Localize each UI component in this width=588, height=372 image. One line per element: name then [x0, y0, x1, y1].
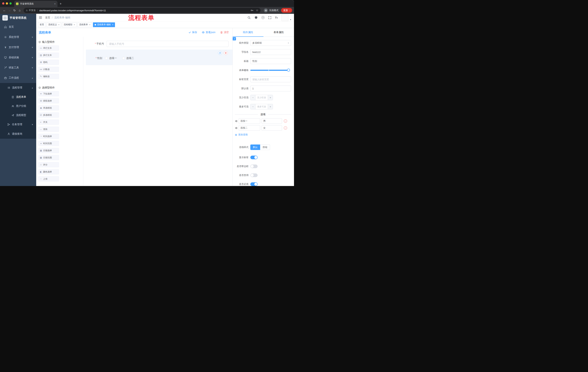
view-json-button[interactable]: 查看json	[202, 31, 215, 34]
font-size-icon[interactable]: TT	[275, 16, 278, 19]
sidebar-item-process-mgmt[interactable]: 流程管理 ▲	[0, 83, 36, 93]
save-button[interactable]: 保存	[189, 31, 197, 34]
required-toggle[interactable]	[250, 182, 258, 186]
decrease-button[interactable]: −	[251, 95, 255, 100]
maximize-window-button[interactable]	[10, 2, 12, 5]
sidebar-item-infra[interactable]: 基础设施 ▼	[0, 53, 36, 63]
label-width-input[interactable]	[250, 76, 291, 82]
sidebar-item-leave-query[interactable]: 请假查询	[0, 129, 36, 139]
close-icon[interactable]: ×	[112, 24, 113, 26]
checkbox[interactable]	[105, 57, 108, 60]
title-input[interactable]	[250, 58, 291, 64]
field-name-input[interactable]	[250, 49, 291, 55]
remove-option-icon[interactable]: −	[284, 126, 287, 130]
component-item-checkbox-group[interactable]: ☑多选框组	[38, 112, 59, 117]
gender-option-1[interactable]: 选项一	[105, 57, 117, 60]
tab-close-icon[interactable]: ×	[54, 2, 56, 5]
delete-field-button[interactable]	[224, 51, 228, 55]
grid-slider[interactable]	[250, 70, 290, 71]
component-item-time-picker[interactable]: ◔时间选择	[38, 134, 59, 139]
component-item-switch[interactable]: ◐开关	[38, 120, 59, 125]
github-icon[interactable]	[254, 16, 258, 19]
fullscreen-icon[interactable]	[268, 16, 272, 19]
link-icon[interactable]	[233, 37, 236, 40]
disabled-toggle[interactable]	[250, 173, 258, 177]
home-icon[interactable]: ⌂	[17, 8, 22, 13]
style-button-button[interactable]: 按钮	[260, 145, 270, 150]
phone-input[interactable]	[107, 41, 229, 47]
component-item-date-range[interactable]: ▩日期范围	[38, 155, 59, 160]
canvas-field-phone[interactable]: *手机号	[86, 41, 232, 47]
component-item-rating[interactable]: ☆评分	[38, 162, 59, 167]
sidebar-item-process-form[interactable]: 流程表单	[0, 93, 36, 102]
option-value-input[interactable]	[262, 125, 282, 131]
default-value-input[interactable]	[250, 85, 291, 91]
clear-button[interactable]: 清空	[220, 31, 229, 34]
border-toggle[interactable]	[250, 165, 258, 168]
address-bar[interactable]: ⚠ 不安全 dashboard.yudao.iocoder.cn/bpm/man…	[24, 8, 261, 13]
component-item-upload[interactable]: ↑上传	[38, 176, 59, 181]
option-label-input[interactable]	[239, 118, 260, 124]
max-select-value[interactable]: 最多可选	[255, 104, 268, 109]
close-window-button[interactable]	[2, 2, 4, 5]
option-label-input[interactable]	[239, 125, 260, 131]
slider-handle[interactable]	[287, 69, 290, 72]
component-item-date-picker[interactable]: ▦日期选择	[38, 148, 59, 153]
copy-field-button[interactable]	[218, 51, 222, 55]
minimize-window-button[interactable]	[6, 2, 8, 5]
component-item-password[interactable]: ⊠密码	[38, 60, 59, 65]
search-icon[interactable]	[247, 16, 251, 19]
remove-option-icon[interactable]: −	[284, 119, 287, 123]
tag-process-definition[interactable]: 流程定义×	[47, 22, 61, 27]
component-item-color-picker[interactable]: ◧颜色选择	[38, 169, 59, 174]
close-icon[interactable]: ×	[58, 24, 60, 26]
tag-home[interactable]: 首页	[38, 22, 46, 27]
close-icon[interactable]: ×	[74, 24, 75, 26]
sidebar-item-process-model[interactable]: 流程模型	[0, 111, 36, 120]
sidebar-item-system[interactable]: 系统管理 ▼	[0, 32, 36, 42]
browser-tab[interactable]: 芋道管理系统 ×	[14, 1, 57, 7]
close-icon[interactable]: ×	[89, 24, 90, 26]
min-select-value[interactable]: 至少应选	[255, 95, 268, 100]
sidebar-item-workflow[interactable]: 工作流程 ▲	[0, 73, 36, 83]
drag-handle-icon[interactable]	[235, 127, 238, 129]
component-type-select[interactable]: 多选框组 ▼	[250, 40, 291, 46]
sidebar-item-task-mgmt[interactable]: 任务管理 ▼	[0, 120, 36, 129]
collapse-sidebar-icon[interactable]	[39, 16, 42, 19]
canvas-field-gender-selected[interactable]: *性别 选项一 选项二	[86, 50, 232, 65]
caret-down-icon[interactable]: ▼	[290, 19, 292, 21]
forward-icon[interactable]: →	[7, 8, 12, 13]
sidebar-item-devtools[interactable]: 研发工具 ▼	[0, 63, 36, 73]
sidebar-item-home[interactable]: 首页	[0, 22, 36, 32]
show-label-toggle[interactable]	[250, 156, 258, 159]
sidebar-item-user-group[interactable]: 用户分组	[0, 102, 36, 111]
tag-process-form-edit[interactable]: 流程表单-编辑×	[93, 22, 115, 27]
tab-component-props[interactable]: 组件属性	[233, 28, 263, 37]
sidebar-logo[interactable]: 芋道管理系统	[0, 14, 36, 22]
component-item-textarea[interactable]: ▤多行文本	[38, 53, 59, 58]
component-item-cascader[interactable]: ⊞级联选择	[38, 98, 59, 103]
component-item-editor[interactable]: ✎编辑器	[38, 74, 59, 79]
breadcrumb-home[interactable]: 首页	[45, 16, 50, 19]
back-icon[interactable]: ←	[2, 8, 7, 13]
reload-icon[interactable]: ↻	[12, 8, 17, 13]
component-item-slider[interactable]: ↔滑块	[38, 127, 59, 132]
checkbox[interactable]	[122, 57, 125, 60]
browser-menu-icon[interactable]: ⋮	[289, 9, 291, 12]
drag-handle-icon[interactable]	[235, 120, 238, 122]
avatar[interactable]	[282, 14, 288, 21]
increase-button[interactable]: +	[268, 95, 273, 100]
component-item-counter[interactable]: 123计数器	[38, 67, 59, 72]
decrease-button[interactable]: −	[251, 104, 255, 109]
browser-update-button[interactable]: 更新 ⋮	[281, 8, 292, 13]
bookmark-star-icon[interactable]: ☆	[256, 9, 258, 12]
tab-form-props[interactable]: 表单属性	[263, 28, 294, 37]
component-item-text-input[interactable]: ▭单行文本	[38, 45, 59, 51]
component-item-radio-group[interactable]: ◉单选框组	[38, 105, 59, 110]
increase-button[interactable]: +	[268, 104, 273, 109]
key-icon[interactable]	[251, 9, 253, 12]
component-item-time-range[interactable]: ◕时间范围	[38, 141, 59, 146]
new-tab-button[interactable]: +	[60, 2, 62, 5]
option-value-input[interactable]	[262, 118, 282, 124]
tag-process-form[interactable]: 流程表单×	[77, 22, 92, 27]
